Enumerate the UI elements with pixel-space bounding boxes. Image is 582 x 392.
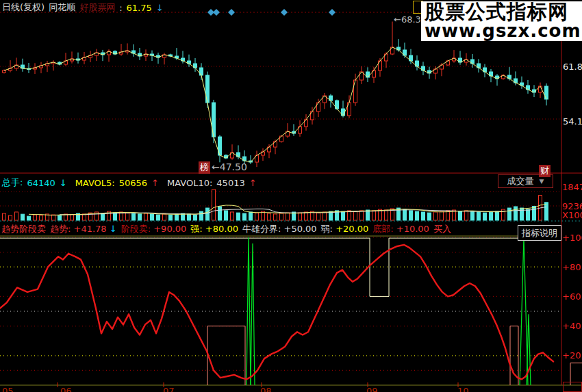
mavol10-label: MAVOL10: xyxy=(167,178,212,188)
mavol10-value: 45013 xyxy=(216,178,244,188)
up-arrow-icon: ↑ xyxy=(249,178,257,188)
indicator-param: 阶段卖: +90.00 xyxy=(121,223,187,235)
background-watermark-text: 好股票网 xyxy=(79,1,115,14)
volume-header: 总手: 64140 ↓ MAVOL5: 50656 ↑ MAVOL10: 450… xyxy=(2,177,257,189)
x-axis-label: 08 xyxy=(260,386,272,392)
corner-resize-widget[interactable] xyxy=(563,382,582,392)
down-arrow-icon: ↓ xyxy=(60,178,67,188)
watermark-title: 股票公式指标网 xyxy=(425,2,582,22)
indicator-axis-label: +80. xyxy=(562,262,582,272)
app-name: 同花顺 xyxy=(49,1,75,14)
indicator-name: 趋势阶段卖 xyxy=(1,223,46,235)
chart-canvas xyxy=(0,0,582,392)
indicator-help-button[interactable]: 指标说明 xyxy=(518,225,561,241)
zongshou-value: 64140 xyxy=(27,178,55,188)
mavol5-label: MAVOL5: xyxy=(75,178,115,188)
volume-axis-unit: X100 xyxy=(562,210,582,220)
volume-axis-top: 1847 xyxy=(562,182,582,192)
indicator-axis-label: +100 xyxy=(562,233,582,243)
indicator-axis-label: +40. xyxy=(562,321,582,331)
indicator-param: 弱: +20.00 xyxy=(321,223,369,235)
last-price: 61.75 xyxy=(127,3,152,13)
indicator-axis-label: +20. xyxy=(562,350,582,361)
rank-badge[interactable]: 榜 xyxy=(199,161,210,174)
zongshou-label: 总手: xyxy=(2,177,23,189)
app-window: 日线(复权) 同花顺 好股票网 : 61.75 ↓ 股票公式指标网 www.gs… xyxy=(0,0,582,392)
x-axis-label: 06 xyxy=(60,386,72,392)
indicator-param: 强: +80.00 xyxy=(190,223,238,235)
selector-label: 成交量 xyxy=(507,175,534,187)
indicator-param: 底部: +10.00 xyxy=(372,223,429,235)
x-axis-label: 09 xyxy=(366,386,378,392)
indicator-param: 牛雄分界: +50.00 xyxy=(242,223,317,235)
x-axis-label: 05 xyxy=(2,386,14,392)
indicator-param: 趋势: +41.78 ↓ xyxy=(50,223,117,235)
price-axis-label: 54.1 xyxy=(563,116,582,127)
down-arrow-icon: ↓ xyxy=(110,224,117,234)
x-axis-label: 10 xyxy=(457,386,469,392)
chevron-down-icon: ▼ xyxy=(540,178,544,185)
indicator-header: 趋势阶段卖 趋势: +41.78 ↓ 阶段卖: +90.00 强: +80.00… xyxy=(1,223,451,235)
price-colon: : xyxy=(119,3,122,13)
buy-signal-label: 买入 xyxy=(433,223,451,235)
site-watermark: 股票公式指标网 www.gszx.com.cn xyxy=(421,1,582,41)
price-axis-label: 61.8 xyxy=(563,62,582,72)
watermark-url: www.gszx.com.cn xyxy=(425,22,582,40)
up-arrow-icon: ↑ xyxy=(151,178,159,188)
x-axis-label: 07 xyxy=(163,386,175,392)
indicator-axis-label: +60. xyxy=(562,291,582,302)
low-annotation: ←47.50 xyxy=(212,161,247,172)
price-down-arrow-icon: ↓ xyxy=(156,3,164,13)
volume-indicator-selector[interactable]: 成交量 ▼ xyxy=(498,174,553,188)
title-bar: 日线(复权) 同花顺 好股票网 : 61.75 ↓ xyxy=(2,1,164,14)
period-label: 日线(复权) xyxy=(2,1,45,14)
mavol5-value: 50656 xyxy=(119,178,147,188)
